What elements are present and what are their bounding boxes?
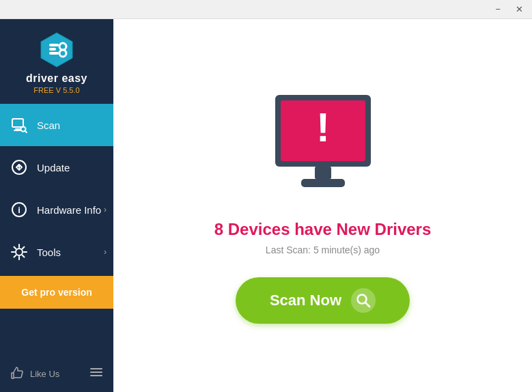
app-version: FREE V 5.5.0 xyxy=(33,86,79,94)
thumbs-up-icon xyxy=(10,366,25,381)
sidebar: driver easy FREE V 5.5.0 Scan xyxy=(0,19,113,392)
svg-line-24 xyxy=(14,255,16,257)
svg-marker-0 xyxy=(41,33,72,67)
last-scan-text: Last Scan: 5 minute(s) ago xyxy=(266,244,380,255)
sidebar-item-hardware-info[interactable]: i Hardware Info › xyxy=(0,188,113,231)
tools-icon xyxy=(10,242,29,262)
scan-now-icon xyxy=(351,288,376,313)
status-title: 8 Devices have New Drivers xyxy=(214,220,432,239)
app-body: driver easy FREE V 5.5.0 Scan xyxy=(0,19,532,392)
sidebar-item-update[interactable]: Update xyxy=(0,146,113,188)
sidebar-item-tools-label: Tools xyxy=(37,247,104,258)
svg-rect-31 xyxy=(315,167,331,179)
sidebar-item-hardware-info-label: Hardware Info xyxy=(37,204,104,216)
monitor-svg: ! xyxy=(255,88,391,201)
app-name: driver easy xyxy=(26,72,87,85)
get-pro-button[interactable]: Get pro version xyxy=(0,276,113,309)
svg-line-10 xyxy=(25,131,27,133)
svg-point-16 xyxy=(16,249,23,255)
svg-line-21 xyxy=(14,247,16,249)
svg-text:!: ! xyxy=(316,104,330,150)
like-us-label: Like Us xyxy=(30,369,59,379)
app-logo-icon xyxy=(38,31,75,68)
svg-rect-6 xyxy=(12,119,23,127)
title-bar: − ✕ xyxy=(0,0,532,19)
svg-text:i: i xyxy=(18,205,20,215)
sidebar-item-scan-label: Scan xyxy=(37,120,104,131)
sidebar-item-scan[interactable]: Scan xyxy=(0,104,113,146)
main-content: ! 8 Devices have New Drivers Last Scan: … xyxy=(113,19,532,392)
menu-icon[interactable] xyxy=(89,365,104,382)
svg-rect-1 xyxy=(49,44,59,46)
svg-line-23 xyxy=(23,247,25,249)
svg-rect-7 xyxy=(15,128,20,130)
scan-icon xyxy=(10,115,29,135)
sidebar-spacer xyxy=(0,309,113,358)
tools-chevron-icon: › xyxy=(104,247,107,257)
svg-rect-32 xyxy=(301,179,345,187)
hardware-info-chevron-icon: › xyxy=(104,205,107,214)
sidebar-bottom: Like Us xyxy=(0,358,113,392)
like-us-section[interactable]: Like Us xyxy=(10,366,59,381)
scan-now-label: Scan Now xyxy=(270,292,341,309)
svg-line-34 xyxy=(365,303,369,307)
hardware-info-icon: i xyxy=(10,200,29,219)
sidebar-logo: driver easy FREE V 5.5.0 xyxy=(0,19,113,104)
svg-rect-2 xyxy=(49,48,56,51)
scan-now-button[interactable]: Scan Now xyxy=(236,277,410,324)
minimize-button[interactable]: − xyxy=(492,3,504,16)
svg-line-22 xyxy=(23,255,25,257)
sidebar-item-update-label: Update xyxy=(37,162,104,173)
close-button[interactable]: ✕ xyxy=(512,3,527,16)
svg-rect-3 xyxy=(49,52,59,55)
update-icon xyxy=(10,158,29,177)
sidebar-item-tools[interactable]: Tools › xyxy=(0,231,113,273)
monitor-illustration: ! xyxy=(255,88,391,204)
